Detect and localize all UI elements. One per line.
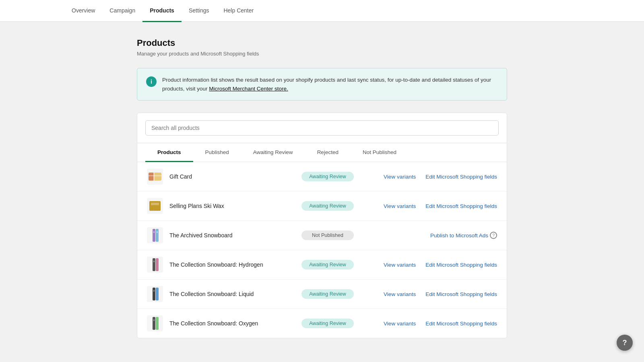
svg-rect-13 (153, 288, 155, 300)
action-links: View variants Edit Microsoft Shopping fi… (360, 321, 497, 327)
svg-rect-8 (153, 231, 155, 233)
view-variants-link[interactable]: View variants (384, 262, 416, 268)
svg-rect-10 (153, 258, 155, 271)
product-thumbnail (147, 227, 163, 243)
view-variants-link[interactable]: View variants (384, 174, 416, 180)
publish-to-microsoft-link[interactable]: Publish to Microsoft Ads ? (430, 232, 497, 239)
main-content: Products Manage your products and Micros… (129, 22, 515, 354)
svg-rect-5 (151, 203, 159, 205)
status-badge: Awaiting Review (301, 319, 354, 328)
action-links: Publish to Microsoft Ads ? (360, 232, 497, 239)
svg-rect-14 (156, 288, 159, 300)
table-row: Selling Plans Ski Wax Awaiting Review Vi… (137, 191, 507, 221)
edit-shopping-fields-link[interactable]: Edit Microsoft Shopping fields (425, 174, 497, 180)
product-thumbnail (147, 315, 163, 331)
tab-published[interactable]: Published (193, 144, 241, 162)
product-name: The Collection Snowboard: Oxygen (169, 320, 295, 327)
product-name: The Collection Snowboard: Hydrogen (169, 261, 295, 268)
action-links: View variants Edit Microsoft Shopping fi… (360, 203, 497, 209)
svg-rect-11 (156, 258, 159, 271)
product-name: The Collection Snowboard: Liquid (169, 291, 295, 297)
svg-rect-1 (149, 173, 154, 181)
view-variants-link[interactable]: View variants (384, 321, 416, 327)
help-circle-icon[interactable]: ? (490, 232, 497, 239)
table-row: Gift Card Awaiting Review View variants … (137, 162, 507, 191)
svg-rect-12 (153, 261, 155, 262)
search-container (137, 113, 507, 143)
svg-rect-18 (153, 319, 155, 321)
status-badge: Awaiting Review (301, 172, 354, 181)
tabs-row: Products Published Awaiting Review Rejec… (137, 143, 507, 162)
svg-rect-4 (149, 201, 161, 211)
tab-rejected[interactable]: Rejected (305, 144, 351, 162)
tab-not-published[interactable]: Not Published (351, 144, 409, 162)
product-thumbnail (147, 257, 163, 273)
nav-item-overview[interactable]: Overview (64, 0, 102, 22)
status-badge: Awaiting Review (301, 260, 354, 269)
tab-products[interactable]: Products (145, 144, 193, 162)
merchant-center-link[interactable]: Microsoft Merchant Center store. (209, 86, 288, 92)
edit-shopping-fields-link[interactable]: Edit Microsoft Shopping fields (425, 321, 497, 327)
product-name: The Archived Snowboard (169, 232, 295, 239)
nav-item-settings[interactable]: Settings (182, 0, 217, 22)
action-links: View variants Edit Microsoft Shopping fi… (360, 291, 497, 297)
status-badge: Not Published (301, 230, 354, 240)
action-links: View variants Edit Microsoft Shopping fi… (360, 174, 497, 180)
navigation: Overview Campaign Products Settings Help… (0, 0, 644, 22)
edit-shopping-fields-link[interactable]: Edit Microsoft Shopping fields (425, 262, 497, 268)
search-input[interactable] (145, 120, 499, 136)
table-row: The Collection Snowboard: Liquid Awaitin… (137, 280, 507, 309)
product-list: Gift Card Awaiting Review View variants … (137, 162, 507, 338)
nav-item-products[interactable]: Products (142, 0, 182, 22)
info-box: i Product information list shows the res… (137, 68, 507, 101)
nav-item-campaign[interactable]: Campaign (102, 0, 142, 22)
table-row: The Collection Snowboard: Hydrogen Await… (137, 250, 507, 280)
info-text: Product information list shows the resul… (162, 76, 498, 93)
product-name: Gift Card (169, 173, 295, 180)
product-thumbnail (147, 198, 163, 214)
svg-rect-7 (156, 229, 159, 242)
view-variants-link[interactable]: View variants (384, 203, 416, 209)
status-badge: Awaiting Review (301, 289, 354, 299)
product-thumbnail (147, 286, 163, 302)
svg-rect-15 (153, 290, 155, 292)
product-thumbnail (147, 169, 163, 185)
info-icon: i (146, 76, 157, 87)
edit-shopping-fields-link[interactable]: Edit Microsoft Shopping fields (425, 291, 497, 297)
svg-rect-9 (157, 231, 158, 233)
page-subtitle: Manage your products and Microsoft Shopp… (137, 51, 507, 57)
view-variants-link[interactable]: View variants (384, 291, 416, 297)
float-help-button[interactable]: ? (617, 335, 633, 351)
svg-rect-17 (156, 317, 159, 330)
products-card: Products Published Awaiting Review Rejec… (137, 113, 507, 338)
svg-rect-2 (153, 173, 155, 181)
table-row: The Collection Snowboard: Oxygen Awaitin… (137, 309, 507, 338)
nav-item-helpcenter[interactable]: Help Center (216, 0, 261, 22)
action-links: View variants Edit Microsoft Shopping fi… (360, 262, 497, 268)
status-badge: Awaiting Review (301, 201, 354, 211)
svg-rect-6 (153, 229, 155, 242)
page-title: Products (137, 38, 507, 48)
product-name: Selling Plans Ski Wax (169, 203, 295, 209)
table-row: The Archived Snowboard Not Published Pub… (137, 221, 507, 250)
tab-awaiting-review[interactable]: Awaiting Review (241, 144, 305, 162)
svg-rect-16 (153, 317, 155, 330)
edit-shopping-fields-link[interactable]: Edit Microsoft Shopping fields (425, 203, 497, 209)
